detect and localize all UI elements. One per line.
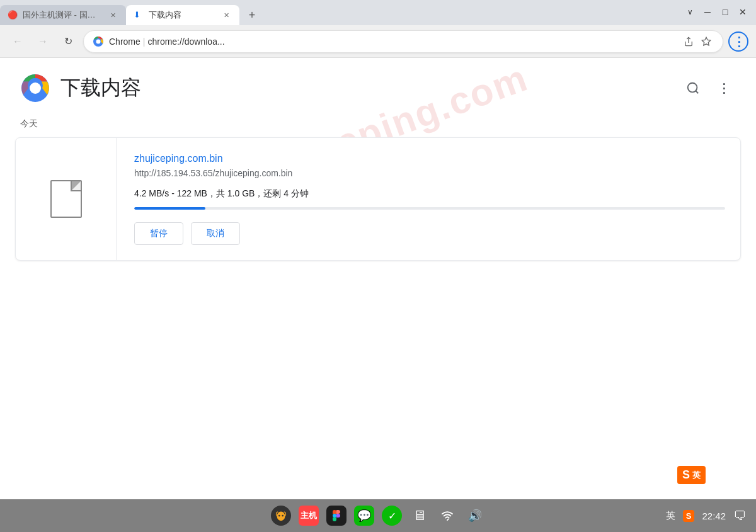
- maximize-button[interactable]: □: [717, 4, 733, 20]
- chrome-logo: [20, 73, 50, 103]
- taskbar-notification-icon[interactable]: 🗨: [733, 509, 746, 523]
- search-button[interactable]: [680, 76, 706, 101]
- svg-point-1: [96, 39, 101, 43]
- address-separator: |: [143, 37, 146, 47]
- tab-bar: 🔴 国外主机测评 - 国外... ✕ ⬇ 下载内容 ✕ +: [0, 0, 682, 25]
- svg-point-6: [30, 83, 40, 93]
- nav-bar: ← → ↻ Chrome|chrome://downloa...: [0, 25, 756, 58]
- figma-svg: [331, 508, 342, 523]
- forward-button[interactable]: →: [33, 31, 53, 52]
- chrome-menu-button[interactable]: ⋮: [728, 31, 748, 52]
- bookmark-button[interactable]: [699, 34, 714, 49]
- taskbar-wifi-icon[interactable]: [437, 506, 457, 526]
- address-text: Chrome|chrome://downloa...: [109, 37, 676, 47]
- taskbar-sogou-label[interactable]: S: [683, 510, 695, 522]
- taskbar-volume-icon[interactable]: 🔊: [465, 506, 485, 526]
- file-name[interactable]: zhujiceping.com.bin: [134, 153, 725, 164]
- progress-bar-container: [134, 207, 725, 210]
- page-content: zhujiceping.com 下载内容 ⋮: [0, 58, 756, 499]
- pause-button[interactable]: 暂停: [134, 222, 183, 245]
- more-dots-icon: ⋮: [718, 81, 730, 96]
- downloads-header: 下载内容 ⋮: [0, 58, 756, 113]
- tab2-favicon: ⬇: [134, 10, 144, 20]
- weibo-label: 主机: [301, 510, 317, 521]
- taskbar-right: 英 S 22:42 🗨: [666, 509, 746, 523]
- tab1-close[interactable]: ✕: [107, 9, 118, 21]
- window-controls: ∨ ─ □ ✕: [682, 4, 756, 25]
- tab-overflow-button[interactable]: ∨: [682, 4, 698, 20]
- header-actions: ⋮: [680, 76, 736, 101]
- taskbar-qq-icon[interactable]: [271, 506, 291, 526]
- sogou-ime-badge[interactable]: S 英: [677, 466, 706, 484]
- file-icon: [50, 180, 82, 218]
- chrome-address-icon: [93, 36, 104, 47]
- taskbar-time: 22:42: [702, 511, 726, 521]
- tab1-favicon: 🔴: [8, 10, 18, 20]
- back-button[interactable]: ←: [8, 31, 28, 52]
- download-info: zhujiceping.com.bin http://185.194.53.65…: [117, 138, 740, 260]
- close-button[interactable]: ✕: [735, 4, 751, 20]
- minimize-button[interactable]: ─: [699, 4, 716, 20]
- more-options-button[interactable]: ⋮: [711, 76, 736, 101]
- url-display: chrome://downloa...: [147, 37, 224, 47]
- taskbar-icons: 主机 💬 ✓ 🖥: [271, 506, 485, 526]
- share-button[interactable]: [681, 34, 696, 49]
- download-card: zhujiceping.com.bin http://185.194.53.65…: [15, 137, 741, 261]
- taskbar-check-icon[interactable]: ✓: [382, 506, 402, 526]
- section-today-label: 今天: [0, 113, 756, 137]
- tab-active[interactable]: ⬇ 下载内容 ✕: [126, 5, 239, 25]
- file-icon-area: [16, 138, 117, 260]
- taskbar-lang-label[interactable]: 英: [666, 510, 675, 522]
- download-actions: 暂停 取消: [134, 222, 725, 245]
- tab-inactive[interactable]: 🔴 国外主机测评 - 国外... ✕: [0, 5, 126, 25]
- tab2-close[interactable]: ✕: [220, 9, 232, 21]
- taskbar-monitor-icon[interactable]: 🖥: [410, 506, 430, 526]
- taskbar-figma-icon[interactable]: [326, 506, 346, 526]
- qq-svg: [274, 509, 288, 523]
- file-url: http://185.194.53.65/zhujiceping.com.bin: [134, 168, 725, 178]
- address-actions: [681, 34, 714, 49]
- tab1-title: 国外主机测评 - 国外...: [23, 9, 102, 21]
- address-bar[interactable]: Chrome|chrome://downloa...: [83, 30, 723, 53]
- taskbar-weibo-icon[interactable]: 主机: [299, 506, 319, 526]
- reload-button[interactable]: ↻: [58, 31, 78, 52]
- new-tab-button[interactable]: +: [242, 5, 262, 25]
- sogou-lang-label: 英: [692, 470, 701, 481]
- svg-marker-3: [702, 37, 710, 45]
- svg-point-10: [282, 515, 284, 517]
- search-icon: [686, 81, 700, 95]
- svg-point-9: [278, 515, 280, 517]
- browser-window: 🔴 国外主机测评 - 国外... ✕ ⬇ 下载内容 ✕ + ∨ ─ □ ✕ ← …: [0, 0, 756, 532]
- taskbar: 主机 💬 ✓ 🖥: [0, 499, 756, 532]
- page-title: 下载内容: [60, 74, 141, 102]
- sogou-s-icon: S: [682, 468, 690, 482]
- cancel-button[interactable]: 取消: [191, 222, 240, 245]
- browser-name: Chrome: [109, 37, 140, 47]
- taskbar-wechat-icon[interactable]: 💬: [354, 506, 374, 526]
- download-status: 4.2 MB/s - 122 MB，共 1.0 GB，还剩 4 分钟: [134, 188, 725, 200]
- title-bar: 🔴 国外主机测评 - 国外... ✕ ⬇ 下载内容 ✕ + ∨ ─ □ ✕: [0, 0, 756, 25]
- tab2-title: 下载内容: [149, 9, 215, 21]
- wifi-svg: [440, 510, 454, 521]
- svg-point-7: [688, 83, 697, 93]
- progress-bar-fill: [134, 207, 205, 210]
- menu-dots-icon: ⋮: [733, 34, 745, 49]
